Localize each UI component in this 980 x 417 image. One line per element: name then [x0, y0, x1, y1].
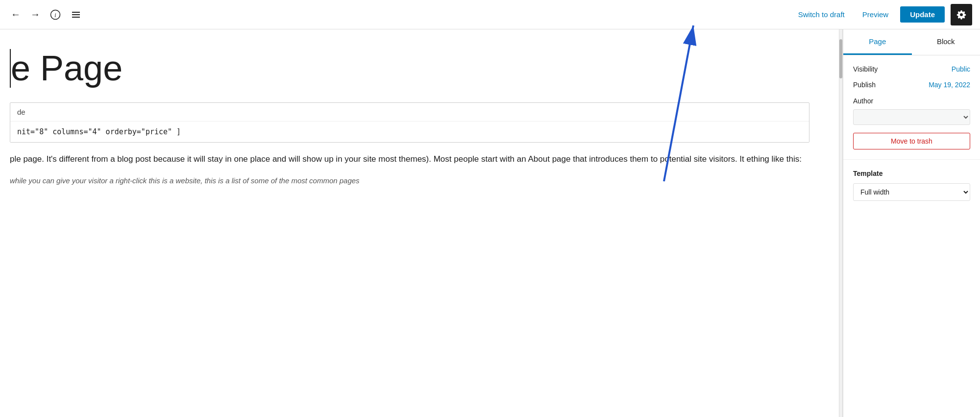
editor-area[interactable]: e Page de ple page. It's different from …	[0, 29, 839, 417]
visibility-label: Visibility	[853, 65, 878, 73]
visibility-value[interactable]: Public	[952, 65, 970, 73]
toolbar: ← → i Switch to draft Preview Update	[0, 0, 980, 29]
publish-value[interactable]: May 19, 2022	[929, 81, 970, 89]
switch-to-draft-button[interactable]: Switch to draft	[792, 7, 851, 22]
page-title: e Page	[10, 49, 809, 88]
update-button[interactable]: Update	[900, 6, 945, 23]
author-select[interactable]	[853, 109, 970, 125]
toolbar-right: Switch to draft Preview Update	[792, 4, 972, 25]
publish-label: Publish	[853, 81, 876, 89]
sidebar: Page Block Visibility Public Publish May…	[843, 29, 980, 417]
shortcode-input[interactable]	[10, 122, 809, 142]
list-view-button[interactable]	[68, 6, 84, 23]
redo-button[interactable]: →	[27, 6, 43, 23]
scrollbar-thumb	[839, 39, 842, 78]
template-select[interactable]: Full width	[853, 183, 970, 201]
visibility-row: Visibility Public	[853, 65, 970, 73]
undo-button[interactable]: ←	[8, 6, 24, 23]
shortcode-block: de	[10, 102, 809, 143]
sidebar-page-section: Visibility Public Publish May 19, 2022 A…	[843, 55, 980, 160]
template-heading: Template	[853, 170, 970, 177]
main-layout: e Page de ple page. It's different from …	[0, 29, 980, 417]
tab-page[interactable]: Page	[843, 29, 912, 55]
move-to-trash-button[interactable]: Move to trash	[853, 133, 970, 149]
author-label: Author	[853, 97, 873, 105]
gear-icon	[956, 10, 966, 20]
scrollbar[interactable]	[839, 29, 843, 417]
settings-button[interactable]	[951, 4, 972, 25]
info-icon: i	[50, 9, 61, 20]
list-icon	[71, 9, 81, 20]
italic-text: while you can give your visitor a right-…	[10, 176, 809, 185]
svg-text:i: i	[54, 12, 56, 19]
paragraph-text: ple page. It's different from a blog pos…	[10, 152, 809, 167]
publish-row: Publish May 19, 2022	[853, 81, 970, 89]
tab-block[interactable]: Block	[912, 29, 980, 55]
sidebar-tabs: Page Block	[843, 29, 980, 55]
author-section: Author	[853, 97, 970, 125]
shortcode-label: de	[10, 103, 809, 122]
toolbar-left: ← → i	[8, 6, 792, 23]
template-section: Template Full width	[843, 160, 980, 211]
info-button[interactable]: i	[47, 6, 64, 23]
preview-button[interactable]: Preview	[857, 7, 894, 22]
